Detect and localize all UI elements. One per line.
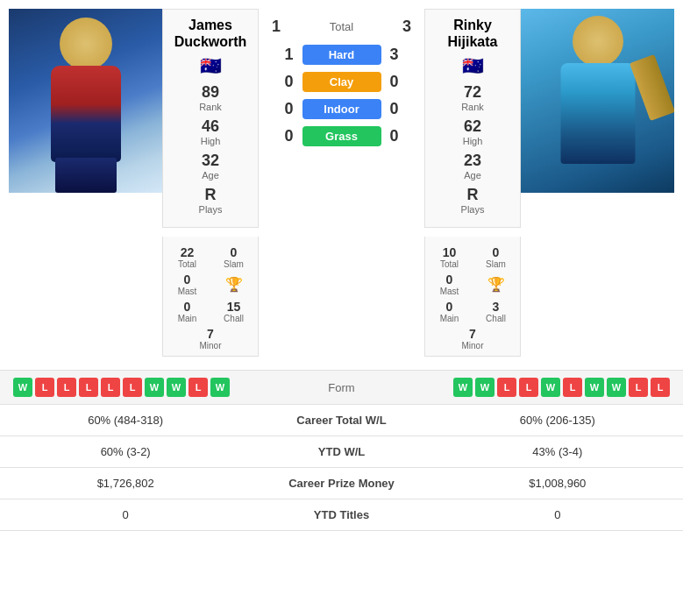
total-score-row: 1 Total 3 xyxy=(263,18,420,36)
left-prize-money: $1,726,802 xyxy=(18,477,233,490)
total-label: Total xyxy=(289,20,394,33)
left-age-value: 32 xyxy=(167,152,253,170)
left-rank-value: 89 xyxy=(167,83,253,102)
top-section: James Duckworth 🇦🇺 89 Rank 46 High 32 Ag… xyxy=(0,0,683,237)
right-trophy-cell: 🏆 xyxy=(476,273,516,296)
form-badge-l: L xyxy=(189,378,208,397)
form-badge-w: W xyxy=(145,378,164,397)
right-player-flag: 🇦🇺 xyxy=(462,55,484,76)
right-stats-grid: 10 Total 0 Slam 0 Mast 🏆 0 Main xyxy=(430,245,516,350)
right-age-block: 23 Age xyxy=(430,152,516,181)
left-stats-grid: 22 Total 0 Slam 0 Mast 🏆 0 Main xyxy=(167,245,253,350)
left-achievements-card: 22 Total 0 Slam 0 Mast 🏆 0 Main xyxy=(162,237,259,357)
form-badge-l: L xyxy=(651,378,670,397)
hard-left: 1 xyxy=(276,46,302,64)
right-age-label: Age xyxy=(430,170,516,181)
achievements-row: 22 Total 0 Slam 0 Mast 🏆 0 Main xyxy=(0,237,683,365)
left-player-card: James Duckworth 🇦🇺 89 Rank 46 High 32 Ag… xyxy=(162,9,259,228)
ytd-wl-row: 60% (3-2) YTD W/L 43% (3-4) xyxy=(0,436,683,468)
form-badge-w: W xyxy=(541,378,560,397)
form-badge-l: L xyxy=(629,378,648,397)
left-rank-label: Rank xyxy=(167,102,253,112)
grass-right: 0 xyxy=(381,127,408,145)
prize-money-row: $1,726,802 Career Prize Money $1,008,960 xyxy=(0,468,683,499)
right-age-value: 23 xyxy=(430,152,516,170)
right-minor-row: 7 Minor xyxy=(430,327,516,350)
hard-right: 3 xyxy=(381,46,408,64)
form-badge-l: L xyxy=(563,378,582,397)
left-player-flag: 🇦🇺 xyxy=(200,55,222,76)
form-badge-l: L xyxy=(35,378,54,397)
right-rank-label: Rank xyxy=(430,102,516,112)
indoor-right: 0 xyxy=(381,100,408,118)
right-plays-label: Plays xyxy=(430,204,516,215)
clay-right: 0 xyxy=(381,73,408,91)
left-chall-cell: 15 Chall xyxy=(214,300,253,323)
right-career-total: 60% (206-135) xyxy=(450,414,665,427)
indoor-button: Indoor xyxy=(302,99,381,119)
form-badge-l: L xyxy=(497,378,516,397)
total-right-score: 3 xyxy=(394,18,420,36)
form-label: Form xyxy=(307,381,377,394)
form-badge-w: W xyxy=(607,378,626,397)
form-badge-l: L xyxy=(57,378,76,397)
left-ytd-wl: 60% (3-2) xyxy=(18,445,233,458)
ytd-titles-row: 0 YTD Titles 0 xyxy=(0,499,683,531)
right-player-card: Rinky Hijikata 🇦🇺 72 Rank 62 High 23 Age… xyxy=(424,9,521,228)
right-photo-spacer xyxy=(521,237,674,357)
clay-row: 0 Clay 0 xyxy=(263,72,420,92)
left-ytd-titles: 0 xyxy=(18,508,233,521)
left-total-cell: 22 Total xyxy=(167,245,207,269)
right-total-cell: 10 Total xyxy=(430,245,469,269)
right-rank-value: 72 xyxy=(430,83,516,102)
right-ytd-wl: 43% (3-4) xyxy=(450,445,665,458)
left-high-label: High xyxy=(167,136,253,146)
right-chall-cell: 3 Chall xyxy=(476,300,516,323)
right-plays-block: R Plays xyxy=(430,186,516,215)
form-badge-w: W xyxy=(475,378,494,397)
main-container: James Duckworth 🇦🇺 89 Rank 46 High 32 Ag… xyxy=(0,0,683,531)
form-badge-w: W xyxy=(210,378,230,397)
left-age-block: 32 Age xyxy=(167,152,253,181)
right-player-photo xyxy=(521,9,674,193)
left-mast-cell: 0 Mast xyxy=(167,273,207,296)
career-total-row: 60% (484-318) Career Total W/L 60% (206-… xyxy=(0,405,683,436)
left-main-cell: 0 Main xyxy=(167,300,207,323)
right-achievements-card: 10 Total 0 Slam 0 Mast 🏆 0 Main xyxy=(424,237,521,357)
left-trophy-cell: 🏆 xyxy=(214,273,253,296)
left-plays-label: Plays xyxy=(167,204,253,215)
form-badge-w: W xyxy=(585,378,604,397)
left-minor-row: 7 Minor xyxy=(167,327,253,350)
clay-button: Clay xyxy=(302,72,381,92)
clay-left: 0 xyxy=(276,73,302,91)
left-form-badges: WLLLLLWWLW xyxy=(13,378,307,397)
form-badge-l: L xyxy=(101,378,120,397)
left-slam-cell: 0 Slam xyxy=(214,245,253,269)
indoor-left: 0 xyxy=(276,100,302,118)
left-trophy-icon: 🏆 xyxy=(225,276,243,293)
right-rank-block: 72 Rank xyxy=(430,83,516,112)
middle-spacer xyxy=(259,237,424,357)
prize-money-label: Career Prize Money xyxy=(233,477,449,490)
form-row: WLLLLLWWLW Form WWLLWLWWLL xyxy=(0,371,683,405)
grass-left: 0 xyxy=(276,127,302,145)
ytd-titles-label: YTD Titles xyxy=(233,508,449,521)
form-badge-l: L xyxy=(123,378,142,397)
right-high-block: 62 High xyxy=(430,117,516,146)
left-high-value: 46 xyxy=(167,117,253,136)
right-main-cell: 0 Main xyxy=(430,300,469,323)
right-form-badges: WWLLWLWWLL xyxy=(377,378,671,397)
left-player-name: James Duckworth xyxy=(174,17,247,50)
left-plays-block: R Plays xyxy=(167,186,253,215)
left-age-label: Age xyxy=(167,170,253,181)
form-badge-l: L xyxy=(79,378,98,397)
middle-section: 1 Total 3 1 Hard 3 0 Clay 0 0 Indoor 0 xyxy=(259,9,424,228)
grass-button: Grass xyxy=(302,126,381,146)
hard-row: 1 Hard 3 xyxy=(263,45,420,65)
indoor-row: 0 Indoor 0 xyxy=(263,99,420,119)
career-total-label: Career Total W/L xyxy=(233,414,449,427)
left-career-total: 60% (484-318) xyxy=(18,414,233,427)
right-plays-value: R xyxy=(430,186,516,204)
right-high-label: High xyxy=(430,136,516,146)
form-badge-w: W xyxy=(167,378,186,397)
